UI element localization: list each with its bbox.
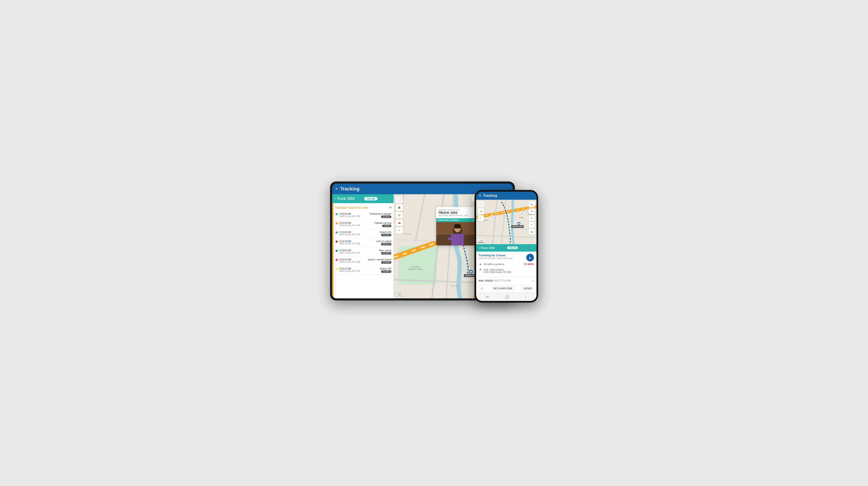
phone-compass-btn[interactable]: ▲ xyxy=(529,229,535,235)
event-time-2: 5:10:08 AM xyxy=(339,222,361,224)
event-item-3[interactable]: 5:15:04 AM Irdell County, NC USA Brakes … xyxy=(334,229,394,238)
event-dot-1 xyxy=(336,213,338,215)
phone-chart-btn[interactable]: 📊 xyxy=(478,208,484,214)
action-arrow-icon[interactable]: › xyxy=(533,279,534,283)
event-info-4: 5:15:20 AM Irdell County, NC USA Left tu… xyxy=(339,240,392,246)
locate-button[interactable]: LOCATE xyxy=(521,286,534,291)
geofence-row: ◆ Not within a geofence 72 MPH xyxy=(479,261,534,267)
tablet-app-title: Tracking xyxy=(340,186,359,192)
share-icon: ↗ xyxy=(480,287,482,290)
event-desc-2: Failsafe warning xyxy=(374,222,391,224)
event-location-1: Irdell County, NC USA xyxy=(339,215,361,218)
location-row: 📍 USA - North Carolina (I-40), Irdell Co… xyxy=(479,267,534,275)
phone-back-area[interactable]: ‹ Truck 1553 xyxy=(479,246,495,250)
event-desc-3: Brakes ON xyxy=(380,231,392,233)
traveling-text: Traveling for 2 hours xyxy=(479,254,513,257)
phone-online-badge: ONLINE xyxy=(507,247,518,249)
phone-map-svg: Newton E Bank Dunn Rd 50 50 I-40 55 Gold… xyxy=(476,200,536,244)
event-info-1: 5:04:09 AM Irdell County, NC USA Pedestr… xyxy=(339,212,392,218)
phone-app-title: Tracking xyxy=(483,194,497,198)
event-speed-2: 3 MPH xyxy=(382,225,392,227)
phone-map[interactable]: Newton E Bank Dunn Rd 50 50 I-40 55 Gold… xyxy=(476,200,536,244)
event-item-6[interactable]: 5:53:37 AM Irdell County, NC USA Speed >… xyxy=(334,257,394,266)
svg-text:Botanical Garden: Botanical Garden xyxy=(408,268,423,270)
locate-label: LOCATE xyxy=(523,287,532,290)
phone-map-controls: ⛶ 📊 ⋮ xyxy=(478,201,484,221)
event-dot-5 xyxy=(336,250,338,252)
event-time-3: 5:15:04 AM xyxy=(339,231,361,233)
max-speed-row[interactable]: MAX. SPEED AUG 27, 5:40 AM xyxy=(479,280,533,282)
last-comm-text: Last communication: a few seconds ago xyxy=(479,257,513,259)
location-pin-icon: 📍 xyxy=(479,268,482,271)
back-arrow-icon[interactable]: ‹ xyxy=(335,197,336,201)
event-item-2[interactable]: 5:10:08 AM Irdell County, NC USA Failsaf… xyxy=(334,220,394,229)
event-desc-7: Brakes ON xyxy=(380,267,392,270)
geofence-icon: ◆ xyxy=(479,263,482,266)
traveling-info: Traveling for 2 hours Last communication… xyxy=(479,254,513,259)
share-button[interactable]: ↗ xyxy=(479,286,484,291)
truck-dot xyxy=(469,270,473,274)
svg-line-7 xyxy=(415,194,425,241)
max-speed-date: AUG 27, 5:40 AM xyxy=(494,280,511,282)
action-row[interactable]: MAX. SPEED AUG 27, 5:40 AM › xyxy=(476,277,536,285)
phone-inner: ≡ Tracking xyxy=(476,192,536,301)
nav-icon: ▲ xyxy=(526,254,534,261)
event-item-4[interactable]: 5:15:20 AM Irdell County, NC USA Left tu… xyxy=(334,238,394,247)
event-speed-4: 38 MPH xyxy=(381,243,392,246)
svg-text:50: 50 xyxy=(526,210,528,212)
checkin-button[interactable]: ✓ xyxy=(396,227,403,234)
phone-zoom-out-btn[interactable]: − xyxy=(529,222,535,228)
phone-zoom-in-btn[interactable]: + xyxy=(529,215,535,221)
phone-back-icon[interactable]: ‹ xyxy=(479,246,480,250)
phone-layers-btn[interactable]: ⊟ xyxy=(529,208,535,214)
vehicle-header: ‹ Truck 1553 ONLINE ⋮ xyxy=(332,194,394,203)
event-info-5: 5:43:01 AM Irdell County, NC USA Max. sp… xyxy=(339,249,392,255)
phone-more-icon[interactable]: ⋮ xyxy=(530,246,534,250)
online-badge: ONLINE xyxy=(364,197,377,200)
recent-nav-icon[interactable]: ‹ xyxy=(525,294,527,299)
event-dot-3 xyxy=(336,231,338,233)
back-nav-icon[interactable]: ↩ xyxy=(486,294,489,299)
event-item-7[interactable]: 5:55:13 AM Irdell County, NC USA Brakes … xyxy=(334,266,394,275)
event-info-2: 5:10:08 AM Irdell County, NC USA Failsaf… xyxy=(339,222,392,227)
event-speed-7: 45 MPH xyxy=(381,270,392,273)
svg-text:50: 50 xyxy=(521,212,523,214)
phone-fullscreen-btn[interactable]: ⛶ xyxy=(478,201,484,207)
event-item-1[interactable]: 5:04:09 AM Irdell County, NC USA Pedestr… xyxy=(334,211,394,220)
speed-display: 72 MPH xyxy=(524,263,534,266)
event-desc-1: Pedestrian in danger xyxy=(370,212,392,215)
phone: ≡ Tracking xyxy=(474,190,538,303)
location-button[interactable]: ◉ xyxy=(396,204,403,211)
event-info-7: 5:55:13 AM Irdell County, NC USA Brakes … xyxy=(339,267,392,273)
phone-hamburger-icon[interactable]: ≡ xyxy=(479,194,481,198)
safe-zone-button[interactable]: SET A SAFE ZONE xyxy=(491,286,514,291)
back-area[interactable]: ‹ Truck 1553 xyxy=(335,197,355,201)
phone-search-btn[interactable]: 🔍 xyxy=(529,201,535,207)
home-nav-icon[interactable]: ⬜ xyxy=(505,294,509,299)
svg-text:Dunn Rd: Dunn Rd xyxy=(451,285,457,287)
phone-more-btn[interactable]: ⋮ xyxy=(478,215,484,221)
events-container: THURSDAY AUGUST 27, 2020 👁 xyxy=(334,203,394,298)
event-location-7: Irdell County, NC USA xyxy=(339,270,361,272)
fullscreen-button[interactable]: ⛶ xyxy=(396,196,403,203)
more-menu-icon[interactable]: ⋮ xyxy=(387,196,391,201)
traffic-button[interactable]: 🚗 xyxy=(396,219,403,226)
event-dot-2 xyxy=(336,222,338,224)
map-controls-left: ⛶ ◉ ⊟ 🚗 ✓ xyxy=(396,196,403,234)
traveling-row: Traveling for 2 hours Last communication… xyxy=(479,254,534,261)
svg-text:N. King St.: N. King St. xyxy=(404,233,411,235)
event-desc-5: Max. speed xyxy=(379,249,392,252)
event-location-5: Irdell County, NC USA xyxy=(339,252,361,254)
event-time-5: 5:43:01 AM xyxy=(339,249,361,252)
layers-button[interactable]: ⊟ xyxy=(396,212,403,219)
hamburger-icon[interactable]: ≡ xyxy=(336,187,338,191)
svg-rect-33 xyxy=(454,224,461,228)
phone-vehicle-name: Truck 1553 xyxy=(480,246,495,250)
date-header: THURSDAY AUGUST 27, 2020 👁 xyxy=(334,205,394,211)
eye-icon[interactable]: 👁 xyxy=(389,206,392,209)
truck-name: Truck 1553 xyxy=(337,197,355,201)
event-item-5[interactable]: 5:43:01 AM Irdell County, NC USA Max. sp… xyxy=(334,247,394,257)
left-panel-content: THURSDAY AUGUST 27, 2020 👁 xyxy=(332,203,394,298)
svg-rect-34 xyxy=(476,200,536,244)
popup-alert-text: Pedestrian in danger xyxy=(438,219,459,222)
